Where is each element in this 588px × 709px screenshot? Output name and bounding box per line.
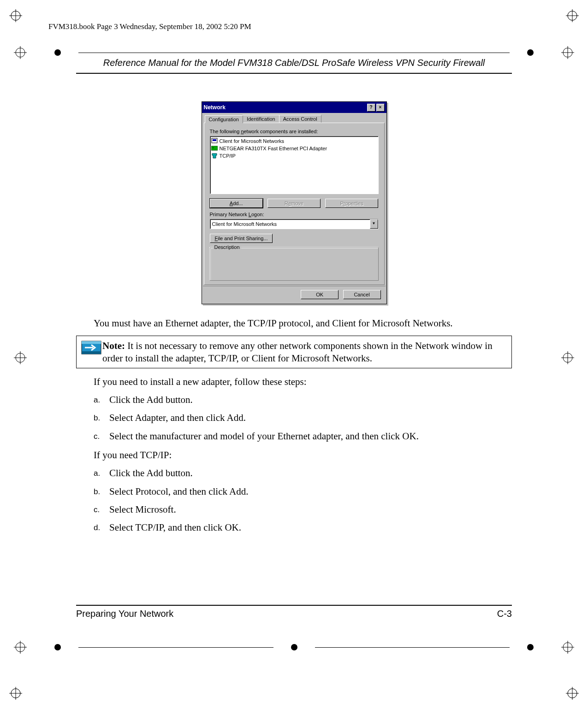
adapter-icon: [211, 145, 218, 152]
page-content: Reference Manual for the Model FVM318 Ca…: [76, 58, 512, 540]
components-label: The following network components are ins…: [210, 129, 379, 134]
ok-button[interactable]: OK: [301, 290, 339, 299]
target-icon: [14, 46, 27, 59]
crop-mark-icon: [9, 9, 22, 22]
description-legend: Description: [213, 244, 241, 250]
list-item[interactable]: NETGEAR FA310TX Fast Ethernet PCI Adapte…: [211, 145, 377, 152]
svg-rect-40: [82, 351, 101, 354]
list-item: c.Select Microsoft.: [94, 503, 512, 516]
book-header-info: FVM318.book Page 3 Wednesday, September …: [48, 22, 251, 31]
crop-mark-icon: [566, 9, 579, 22]
footer-right: C-3: [497, 609, 512, 619]
dot-icon: [527, 49, 534, 56]
window-title: Network: [204, 104, 366, 111]
list-item[interactable]: Client for Microsoft Networks: [211, 137, 377, 145]
svg-rect-39: [82, 341, 101, 344]
tabstrip: Configuration Identification Access Cont…: [203, 115, 386, 123]
para-tcpip-intro: If you need TCP/IP:: [94, 449, 512, 461]
list-item-label: Client for Microsoft Networks: [220, 138, 285, 144]
note-box: Note: It is not necessary to remove any …: [76, 336, 512, 368]
cancel-button[interactable]: Cancel: [343, 290, 381, 299]
logon-combo[interactable]: Client for Microsoft Networks ▼: [210, 219, 379, 229]
target-icon: [14, 641, 27, 654]
dot-icon: [527, 644, 534, 650]
help-button[interactable]: ?: [367, 104, 375, 112]
configuration-panel: The following network components are ins…: [204, 123, 385, 285]
list-item-label: NETGEAR FA310TX Fast Ethernet PCI Adapte…: [220, 146, 327, 151]
tab-identification[interactable]: Identification: [243, 115, 279, 123]
para-required-components: You must have an Ethernet adapter, the T…: [94, 317, 512, 329]
note-body: It is not necessary to remove any other …: [102, 340, 493, 363]
page-footer: Preparing Your Network C-3: [76, 605, 512, 619]
adapter-steps: a.Click the Add button. b.Select Adapter…: [94, 394, 512, 443]
svg-rect-37: [212, 147, 214, 148]
target-icon: [561, 46, 574, 59]
list-item: b.Select Protocol, and then click Add.: [94, 485, 512, 498]
chevron-down-icon[interactable]: ▼: [370, 219, 378, 229]
note-label: Note:: [102, 340, 125, 351]
close-button[interactable]: ×: [376, 104, 385, 112]
list-item-label: TCP/IP: [220, 153, 236, 159]
dot-icon: [54, 644, 61, 650]
add-button[interactable]: Add...: [210, 199, 263, 208]
network-dialog: Network ? × Configuration Identification…: [202, 101, 387, 304]
client-icon: [211, 138, 218, 144]
logon-value: Client for Microsoft Networks: [212, 221, 277, 227]
list-item: a.Click the Add button.: [94, 394, 512, 406]
components-listbox[interactable]: Client for Microsoft Networks NETGEAR FA…: [210, 136, 379, 194]
footer-left: Preparing Your Network: [76, 609, 173, 619]
target-icon: [561, 351, 574, 364]
svg-rect-35: [213, 139, 216, 141]
tab-configuration[interactable]: Configuration: [205, 115, 243, 123]
titlebar: Network ? ×: [202, 102, 386, 113]
tab-access-control[interactable]: Access Control: [279, 115, 321, 123]
register-row-top: [0, 46, 588, 59]
list-item: a.Click the Add button.: [94, 467, 512, 479]
dot-icon: [291, 644, 297, 650]
running-head: Reference Manual for the Model FVM318 Ca…: [76, 58, 512, 74]
target-icon: [561, 641, 574, 654]
note-text: Note: It is not necessary to remove any …: [102, 340, 508, 364]
list-item: c.Select the manufacturer and model of y…: [94, 430, 512, 443]
logon-label: Primary Network Logon:: [210, 212, 379, 217]
target-icon: [14, 351, 27, 364]
list-item: d.Select TCP/IP, and then click OK.: [94, 521, 512, 534]
list-item[interactable]: TCP/IP: [211, 152, 377, 160]
dot-icon: [54, 49, 61, 56]
protocol-icon: [211, 153, 218, 159]
para-adapter-intro: If you need to install a new adapter, fo…: [94, 376, 512, 388]
page: FVM318.book Page 3 Wednesday, September …: [0, 0, 588, 709]
register-row-bottom: [0, 641, 588, 654]
crop-mark-icon: [9, 687, 22, 700]
file-print-sharing-button[interactable]: File and Print Sharing...: [210, 234, 273, 243]
list-item: b.Select Adapter, and then click Add.: [94, 412, 512, 424]
remove-button[interactable]: Remove: [267, 199, 321, 208]
crop-mark-icon: [566, 687, 579, 700]
description-group: Description: [210, 248, 379, 281]
properties-button[interactable]: Properties: [325, 199, 378, 208]
figure-network-dialog: Network ? × Configuration Identification…: [76, 101, 512, 304]
tcpip-steps: a.Click the Add button. b.Select Protoco…: [94, 467, 512, 534]
arrow-icon: [80, 340, 102, 364]
